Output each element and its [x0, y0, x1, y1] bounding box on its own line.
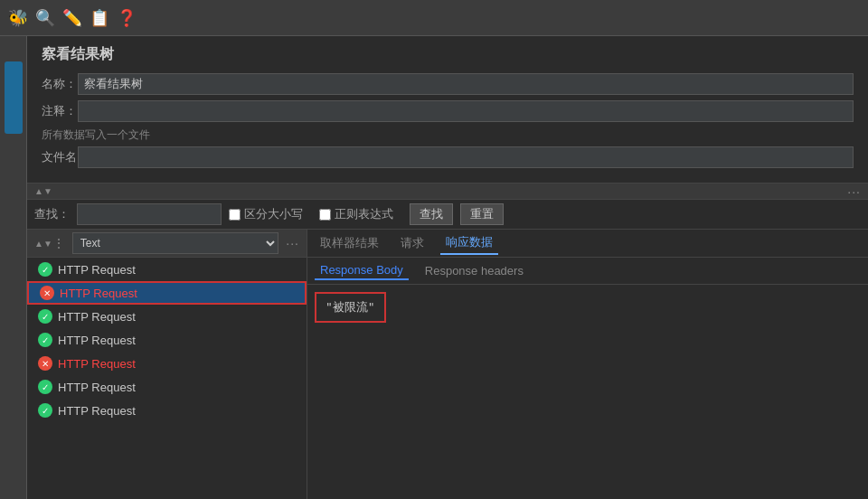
write-note: 所有数据写入一个文件	[42, 127, 854, 143]
tree-item-label-error: HTTP Request	[58, 357, 136, 371]
response-content: "被限流"	[315, 292, 861, 323]
right-panel: 取样器结果 请求 响应数据 Response Body Response hea…	[307, 230, 868, 499]
regex-label: 正则表达式	[319, 206, 393, 222]
search-row: 查找： 区分大小写 正则表达式 查找 重置	[27, 200, 868, 230]
tree-toolbar-row: ▲▼ ⋮ Text JSON XML HTML ···	[27, 230, 307, 258]
toolbar-icon-list[interactable]: 📋	[89, 7, 110, 29]
tree-item-label-error: HTTP Request	[60, 287, 137, 300]
expand-icon-1[interactable]: ▲▼	[34, 186, 52, 196]
name-label: 名称：	[42, 76, 78, 92]
reset-button[interactable]: 重置	[460, 203, 504, 225]
type-select[interactable]: Text JSON XML HTML	[72, 232, 279, 254]
tree-item[interactable]: ✓ HTTP Request	[27, 399, 307, 422]
sub-tabs-row: Response Body Response headers	[307, 258, 868, 285]
expand-icon-tree[interactable]: ▲▼	[34, 239, 52, 249]
bottom-section: ▲▼ ⋮ Text JSON XML HTML ··· ✓ HTTP Reque…	[27, 230, 868, 499]
search-input[interactable]	[77, 203, 222, 225]
tree-item[interactable]: ✓ HTTP Request	[27, 328, 307, 352]
case-sensitive-checkbox[interactable]	[229, 209, 241, 221]
tree-list: ✓ HTTP Request ✕ HTTP Request ✓ HTTP Req…	[27, 258, 307, 499]
toolbar-icon-edit[interactable]: ✏️	[61, 7, 83, 29]
content-area: 察看结果树 名称： 注释： 所有数据写入一个文件 文件名 ▲▼ ··· 查找：	[27, 36, 868, 499]
tree-item-label: HTTP Request	[58, 263, 136, 277]
sidebar-accent	[5, 61, 23, 134]
filename-label: 文件名	[42, 149, 78, 165]
tree-item[interactable]: ✕ HTTP Request	[27, 352, 307, 375]
error-icon: ✕	[38, 356, 52, 371]
note-input[interactable]	[78, 100, 854, 122]
main-container: 察看结果树 名称： 注释： 所有数据写入一个文件 文件名 ▲▼ ··· 查找：	[0, 36, 868, 499]
toolbar-row-1: ▲▼ ···	[27, 184, 868, 200]
case-sensitive-label: 区分大小写	[229, 206, 303, 222]
tree-item-selected[interactable]: ✕ HTTP Request	[27, 281, 307, 305]
toolbar-icon-help[interactable]: ❓	[116, 7, 137, 29]
subtab-response-headers[interactable]: Response headers	[420, 262, 529, 279]
search-label: 查找：	[34, 206, 70, 222]
filename-input[interactable]	[78, 146, 854, 168]
toolbar: 🐝 🔍 ✏️ 📋 ❓	[0, 0, 868, 36]
error-icon: ✕	[40, 286, 54, 300]
success-icon: ✓	[38, 333, 52, 347]
section-title: 察看结果树	[42, 45, 854, 64]
tree-item[interactable]: ✓ HTTP Request	[27, 305, 307, 328]
tab-request[interactable]: 请求	[395, 232, 429, 254]
tree-item[interactable]: ✓ HTTP Request	[27, 258, 307, 281]
dots-menu-1[interactable]: ···	[847, 184, 861, 199]
success-icon: ✓	[38, 380, 52, 394]
find-button[interactable]: 查找	[410, 203, 453, 225]
regex-checkbox[interactable]	[319, 209, 331, 221]
success-icon: ✓	[38, 262, 52, 277]
tree-item[interactable]: ✓ HTTP Request	[27, 375, 307, 399]
toolbar-icon-search[interactable]: 🔍	[34, 7, 56, 29]
tree-item-label: HTTP Request	[58, 381, 136, 394]
tabs-row: 取样器结果 请求 响应数据	[307, 230, 868, 258]
subtab-response-body[interactable]: Response Body	[315, 261, 409, 280]
tree-item-label: HTTP Request	[58, 310, 136, 324]
name-input[interactable]	[78, 73, 854, 95]
response-area: "被限流"	[307, 285, 868, 499]
toolbar-icon-bee[interactable]: 🐝	[7, 7, 29, 29]
tree-item-label: HTTP Request	[58, 334, 136, 347]
divider-icon: ⋮	[52, 236, 65, 250]
note-row: 注释：	[42, 100, 854, 122]
tree-item-label: HTTP Request	[58, 404, 136, 418]
tab-sampler-result[interactable]: 取样器结果	[315, 232, 384, 254]
success-icon: ✓	[38, 403, 52, 418]
dots-menu-tree[interactable]: ···	[286, 236, 299, 250]
success-icon: ✓	[38, 309, 52, 324]
tab-response-data[interactable]: 响应数据	[440, 231, 498, 255]
filename-row: 文件名	[42, 146, 854, 168]
form-section: 察看结果树 名称： 注释： 所有数据写入一个文件 文件名	[27, 36, 868, 184]
response-highlight: "被限流"	[315, 292, 386, 323]
tree-panel: ▲▼ ⋮ Text JSON XML HTML ··· ✓ HTTP Reque…	[27, 230, 307, 499]
note-label: 注释：	[42, 103, 78, 119]
left-sidebar	[0, 36, 27, 499]
name-row: 名称：	[42, 73, 854, 95]
